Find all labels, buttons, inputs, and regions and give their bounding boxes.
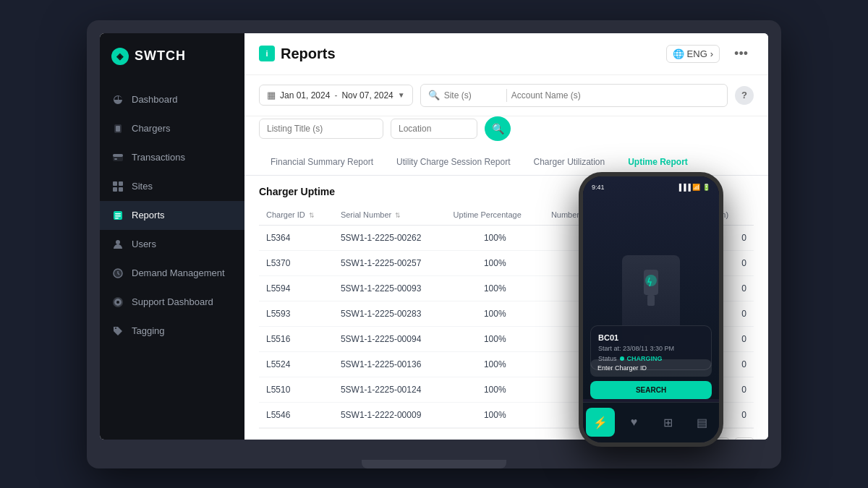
sidebar: ◈ SWTCH Dashboard Chargers (100, 33, 244, 440)
sidebar-item-tagging[interactable]: Tagging (100, 317, 244, 346)
sidebar-item-sites[interactable]: Sites (100, 172, 244, 201)
svg-rect-17 (647, 295, 655, 306)
cell-uptime-pct: 100% (446, 225, 544, 250)
reports-icon (111, 209, 124, 222)
cell-charger-id: L5593 (259, 301, 333, 326)
phone-search-button[interactable]: SEARCH (590, 381, 712, 399)
filters-row-2: 🔍 (244, 116, 768, 150)
cell-charger-id: L5370 (259, 250, 333, 275)
phone-frame: 9:41 ▐▐▐ 📶 🔋 ◈ SWTCH ≡ (579, 172, 723, 447)
sidebar-item-transactions[interactable]: Transactions (100, 143, 244, 172)
cell-charger-id: L5524 (259, 351, 333, 377)
phone-search-area: Enter Charger ID SEARCH (590, 359, 712, 399)
page-title: Reports (281, 46, 336, 62)
site-input[interactable] (444, 90, 502, 100)
sidebar-item-users[interactable]: Users (100, 230, 244, 259)
col-uptime-pct: Uptime Percentage (446, 205, 544, 226)
brand-name: SWTCH (135, 48, 186, 64)
svg-rect-3 (113, 154, 123, 157)
sidebar-item-chargers[interactable]: Chargers (100, 114, 244, 143)
help-button[interactable]: ? (735, 86, 754, 105)
cell-serial-number: 5SW1-1-2225-00093 (333, 275, 446, 301)
cell-charger-id: L5510 (259, 377, 333, 402)
site-account-search[interactable]: 🔍 (420, 84, 728, 107)
phone-bottom-nav: ⚡ ♥ ⊞ ▤ (583, 402, 719, 442)
phone-nav-menu[interactable]: ▤ (688, 408, 717, 437)
cell-uptime-pct: 100% (446, 351, 544, 377)
cell-serial-number: 5SW1-1-2225-00262 (333, 225, 446, 250)
account-input[interactable] (511, 90, 720, 100)
svg-rect-5 (113, 181, 117, 186)
cell-charger-id: L5594 (259, 275, 333, 301)
phone-charger-id-input[interactable]: Enter Charger ID (590, 359, 712, 377)
cell-serial-number: 5SW1-1-2222-00009 (333, 402, 446, 427)
cell-serial-number: 5SW1-1-2225-00124 (333, 377, 446, 402)
col-serial-number: Serial Number ⇅ (333, 205, 446, 226)
svg-rect-11 (115, 215, 121, 217)
phone-nav-favorites[interactable]: ♥ (620, 408, 649, 437)
svg-rect-1 (116, 126, 120, 132)
svg-rect-4 (114, 158, 117, 160)
sidebar-item-reports[interactable]: Reports (100, 201, 244, 230)
sidebar-label-sites: Sites (132, 181, 153, 192)
cell-uptime-pct: 100% (446, 275, 544, 301)
chart-pie-icon (111, 93, 124, 106)
sidebar-label-reports: Reports (132, 210, 165, 221)
search-icon: 🔍 (428, 90, 440, 100)
svg-rect-7 (113, 187, 117, 192)
input-divider (506, 89, 507, 102)
laptop-base (362, 460, 506, 468)
cell-uptime-pct: 100% (446, 301, 544, 326)
filters-row-1: ▦ Jan 01, 2024 - Nov 07, 2024 ▼ 🔍 ? (244, 75, 768, 116)
laptop-frame: ◈ SWTCH Dashboard Chargers (87, 20, 781, 468)
tab-utility[interactable]: Utility Charge Session Report (385, 150, 522, 176)
date-range-picker[interactable]: ▦ Jan 01, 2024 - Nov 07, 2024 ▼ (259, 85, 413, 106)
cell-serial-number: 5SW1-1-2225-00257 (333, 250, 446, 275)
language-button[interactable]: 🌐 ENG › (666, 45, 720, 63)
sidebar-label-transactions: Transactions (132, 152, 185, 163)
search-button-icon: 🔍 (492, 123, 504, 134)
cell-uptime-pct: 100% (446, 250, 544, 275)
svg-point-13 (116, 240, 120, 244)
charger-icon (111, 122, 124, 135)
location-input[interactable] (391, 119, 477, 139)
sidebar-label-dashboard: Dashboard (132, 94, 178, 105)
sort-icon-charger-id[interactable]: ⇅ (309, 212, 315, 219)
next-page-button[interactable]: › (735, 437, 754, 440)
svg-rect-6 (119, 181, 123, 186)
sidebar-item-dashboard[interactable]: Dashboard (100, 85, 244, 114)
sidebar-label-users: Users (132, 239, 156, 249)
cell-serial-number: 5SW1-1-2225-00136 (333, 351, 446, 377)
sidebar-item-demand-management[interactable]: Demand Management (100, 259, 244, 288)
date-start: Jan 01, 2024 (280, 90, 330, 100)
sidebar-label-tagging: Tagging (132, 325, 165, 336)
listing-title-input[interactable] (259, 119, 383, 139)
sort-icon-serial[interactable]: ⇅ (395, 212, 401, 219)
phone-time: 9:41 (592, 184, 605, 191)
phone-nav-charge[interactable]: ⚡ (586, 408, 615, 437)
cell-uptime-pct: 100% (446, 377, 544, 402)
page-title-row: i Reports (259, 46, 336, 62)
phone-nav-map[interactable]: ⊞ (654, 408, 683, 437)
globe-icon: 🌐 (673, 48, 684, 59)
lang-arrow: › (710, 48, 713, 59)
sites-icon (111, 180, 124, 193)
cell-charger-id: L5546 (259, 402, 333, 427)
svg-point-18 (645, 275, 657, 286)
support-icon (111, 296, 124, 309)
users-icon (111, 238, 124, 251)
lang-label: ENG (687, 48, 707, 59)
cell-charger-id: L5516 (259, 326, 333, 351)
cell-uptime-pct: 100% (446, 402, 544, 427)
sidebar-item-support-dashboard[interactable]: Support Dashboard (100, 288, 244, 317)
svg-rect-8 (119, 187, 123, 192)
tab-financial[interactable]: Financial Summary Report (259, 150, 385, 176)
sidebar-label-demand: Demand Management (132, 267, 225, 278)
main-header: i Reports 🌐 ENG › ••• (244, 33, 768, 75)
more-options-button[interactable]: ••• (728, 43, 754, 64)
calendar-icon: ▦ (267, 90, 276, 100)
phone-status-bar: 9:41 ▐▐▐ 📶 🔋 (583, 181, 719, 191)
search-button[interactable]: 🔍 (485, 116, 511, 141)
header-right: 🌐 ENG › ••• (666, 43, 754, 64)
svg-rect-10 (115, 213, 121, 215)
